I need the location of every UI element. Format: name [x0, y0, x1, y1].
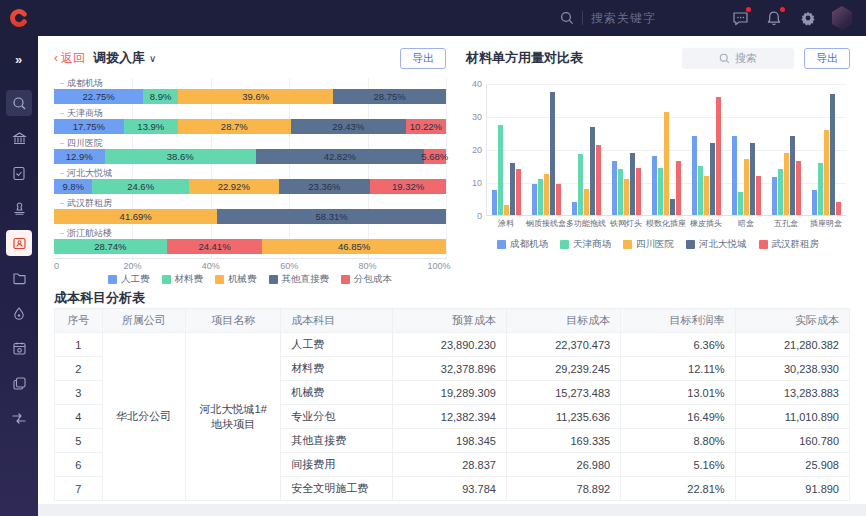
- bar-segment[interactable]: 28.75%: [333, 89, 446, 104]
- bar-segment[interactable]: 58.31%: [217, 209, 446, 224]
- bar[interactable]: [704, 176, 709, 215]
- legend-item[interactable]: 材料费: [162, 273, 204, 286]
- bar-segment[interactable]: 19.32%: [370, 179, 446, 194]
- bar[interactable]: [796, 161, 801, 215]
- sidebar-item-folder[interactable]: [6, 265, 32, 291]
- bar[interactable]: [544, 174, 549, 215]
- sidebar-item-pages[interactable]: [6, 370, 32, 396]
- bar[interactable]: [572, 202, 577, 215]
- bar[interactable]: [676, 161, 681, 215]
- bar[interactable]: [596, 145, 601, 215]
- legend-item[interactable]: 四川医院: [623, 238, 674, 251]
- bar-segment[interactable]: 17.75%: [54, 119, 124, 134]
- bar-segment[interactable]: 28.7%: [178, 119, 291, 134]
- sidebar-item-droplet[interactable]: [6, 300, 32, 326]
- bar-segment[interactable]: 22.92%: [189, 179, 279, 194]
- global-search[interactable]: 搜索关键字: [560, 10, 656, 27]
- bar[interactable]: [590, 127, 595, 215]
- bar-segment[interactable]: 38.6%: [105, 149, 256, 164]
- legend-item[interactable]: 人工费: [108, 273, 150, 286]
- bar[interactable]: [578, 154, 583, 215]
- legend-item[interactable]: 分包成本: [341, 273, 392, 286]
- legend-item[interactable]: 河北大悦城: [686, 238, 747, 251]
- bar[interactable]: [836, 202, 841, 215]
- bar[interactable]: [778, 169, 783, 215]
- legend-item[interactable]: 机械费: [215, 273, 257, 286]
- sidebar-item-search[interactable]: [6, 90, 32, 116]
- bar[interactable]: [756, 176, 761, 215]
- bar[interactable]: [698, 166, 703, 215]
- bar[interactable]: [738, 192, 743, 215]
- sidebar-item-seal[interactable]: [6, 195, 32, 221]
- sidebar-item-calendar-gear[interactable]: [6, 335, 32, 361]
- bar-segment[interactable]: 9.8%: [54, 179, 92, 194]
- bar[interactable]: [618, 169, 623, 215]
- bar[interactable]: [772, 177, 777, 215]
- bar[interactable]: [784, 153, 789, 215]
- bar[interactable]: [584, 189, 589, 215]
- bar[interactable]: [812, 190, 817, 215]
- messages-button[interactable]: [730, 8, 750, 28]
- bar-segment[interactable]: 23.36%: [279, 179, 371, 194]
- back-button[interactable]: ‹ 返回: [54, 50, 85, 67]
- bar[interactable]: [750, 143, 755, 215]
- bar-segment[interactable]: 13.9%: [124, 119, 178, 134]
- bar[interactable]: [830, 94, 835, 215]
- bar-segment[interactable]: 10.22%: [406, 119, 446, 134]
- legend-item[interactable]: 天津商场: [560, 238, 611, 251]
- legend-item[interactable]: 成都机场: [497, 238, 548, 251]
- app-logo[interactable]: [0, 0, 38, 36]
- bar-segment[interactable]: 39.6%: [178, 89, 333, 104]
- notifications-button[interactable]: [764, 8, 784, 28]
- bar[interactable]: [710, 143, 715, 215]
- bar[interactable]: [550, 92, 555, 215]
- sidebar-item-workflow[interactable]: [6, 405, 32, 431]
- sidebar-item-bank[interactable]: [6, 125, 32, 151]
- sidebar-item-materials-active[interactable]: [6, 230, 32, 256]
- bar[interactable]: [790, 136, 795, 215]
- bar-segment[interactable]: 46.85%: [262, 239, 446, 254]
- bar[interactable]: [516, 169, 521, 215]
- bar[interactable]: [658, 168, 663, 215]
- bar[interactable]: [636, 168, 641, 215]
- bar[interactable]: [716, 97, 721, 215]
- bar[interactable]: [692, 136, 697, 215]
- sidebar-expand-button[interactable]: »: [6, 46, 32, 72]
- chevron-down-icon[interactable]: ∨: [149, 53, 156, 64]
- bar-segment[interactable]: 29.43%: [291, 119, 406, 134]
- export-button-left[interactable]: 导出: [400, 48, 446, 69]
- bar[interactable]: [612, 161, 617, 215]
- bar[interactable]: [498, 125, 503, 215]
- bar[interactable]: [492, 190, 497, 215]
- bar-segment[interactable]: 12.9%: [54, 149, 105, 164]
- bar-segment[interactable]: 24.6%: [92, 179, 188, 194]
- bar[interactable]: [624, 179, 629, 215]
- bar[interactable]: [652, 156, 657, 215]
- legend-item[interactable]: 其他直接费: [269, 273, 330, 286]
- bar-segment[interactable]: 41.69%: [54, 209, 217, 224]
- sidebar-item-document-check[interactable]: [6, 160, 32, 186]
- material-search-input[interactable]: 搜索: [682, 48, 794, 69]
- bar-segment[interactable]: 8.9%: [143, 89, 178, 104]
- bar-segment[interactable]: 5.68%: [424, 149, 446, 164]
- bar[interactable]: [824, 130, 829, 215]
- bar-segment[interactable]: 42.82%: [256, 149, 424, 164]
- bar-segment[interactable]: 22.75%: [54, 89, 143, 104]
- user-avatar[interactable]: [832, 8, 852, 28]
- bar[interactable]: [744, 159, 749, 215]
- bar[interactable]: [630, 153, 635, 215]
- settings-button[interactable]: [798, 8, 818, 28]
- bar[interactable]: [664, 112, 669, 215]
- bar[interactable]: [732, 136, 737, 215]
- bar[interactable]: [510, 163, 515, 215]
- export-button-right[interactable]: 导出: [804, 48, 850, 69]
- legend-item[interactable]: 武汉群租房: [759, 238, 820, 251]
- bar-segment[interactable]: 24.41%: [167, 239, 263, 254]
- bar[interactable]: [532, 184, 537, 215]
- bar[interactable]: [504, 205, 509, 215]
- bar[interactable]: [556, 184, 561, 215]
- bar[interactable]: [818, 163, 823, 215]
- bar[interactable]: [670, 199, 675, 215]
- bar[interactable]: [538, 179, 543, 215]
- bar-segment[interactable]: 28.74%: [54, 239, 167, 254]
